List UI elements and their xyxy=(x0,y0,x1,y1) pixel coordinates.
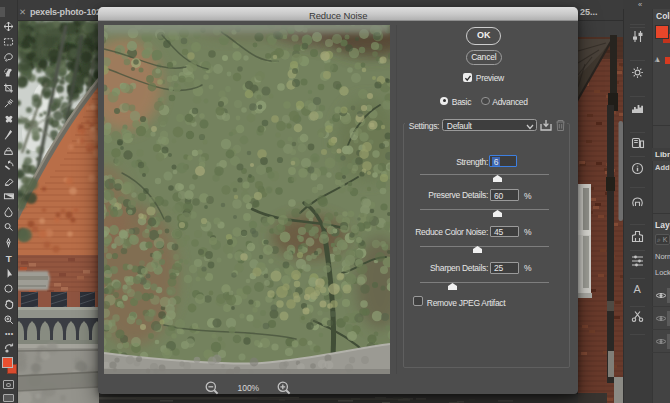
svg-text:A: A xyxy=(634,283,642,295)
svg-text:T: T xyxy=(6,253,12,264)
